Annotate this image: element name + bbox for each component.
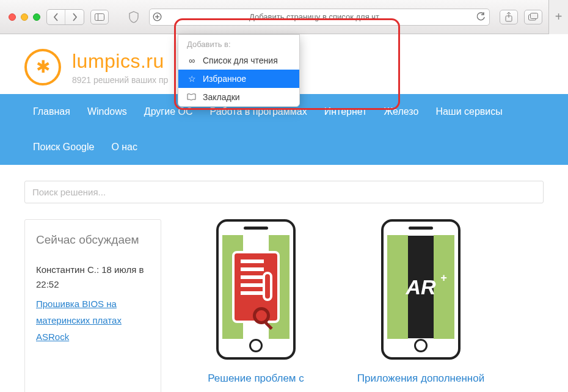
- search-input[interactable]: Поиск решения...: [24, 181, 544, 203]
- tabs-icon: [528, 13, 538, 21]
- dropdown-item-label: Список для чтения: [203, 56, 278, 65]
- dropdown-item-favorites[interactable]: ☆ Избранное: [178, 70, 299, 88]
- new-tab-button[interactable]: +: [548, 0, 568, 34]
- share-icon: [504, 12, 513, 22]
- chevron-right-icon: [71, 13, 78, 21]
- reload-button[interactable]: [472, 12, 489, 21]
- add-bookmark-button[interactable]: [150, 12, 164, 21]
- dropdown-item-reading-list[interactable]: ∞ Список для чтения: [178, 51, 299, 70]
- dropdown-item-label: Избранное: [203, 74, 246, 84]
- dropdown-item-bookmarks[interactable]: Закладки: [178, 88, 299, 106]
- phone-illustration: AR+: [381, 219, 461, 360]
- back-button[interactable]: [47, 10, 65, 24]
- widget-heading: Сейчас обсуждаем: [36, 232, 150, 248]
- address-bar[interactable]: Добавить страницу в список для чт…: [149, 9, 490, 26]
- glasses-icon: ∞: [187, 56, 197, 65]
- svg-rect-8: [531, 13, 538, 19]
- tabs-button[interactable]: [524, 10, 542, 24]
- shield-button[interactable]: [128, 11, 139, 23]
- site-logo[interactable]: ✱: [24, 49, 61, 85]
- dropdown-header: Добавить в:: [178, 35, 299, 51]
- comment-meta: Константин С.: 18 июля в 22:52: [36, 263, 150, 292]
- sidebar-icon: [95, 13, 104, 21]
- nav-item-home[interactable]: Главная: [24, 94, 79, 129]
- discussion-widget: Сейчас обсуждаем Константин С.: 18 июля …: [24, 219, 161, 392]
- book-icon: [187, 93, 197, 101]
- maximize-window-button[interactable]: [33, 13, 40, 21]
- nav-item-search-google[interactable]: Поиск Google: [24, 129, 103, 165]
- article-card-1[interactable]: Решение проблем с пропавшими: [186, 219, 326, 392]
- chevron-left-icon: [53, 13, 59, 21]
- shield-icon: [128, 11, 139, 23]
- star-icon: ☆: [187, 74, 197, 84]
- phone-illustration: [216, 219, 296, 360]
- content-row: Сейчас обсуждаем Константин С.: 18 июля …: [0, 219, 568, 392]
- address-text: Добавить страницу в список для чт…: [164, 12, 472, 21]
- sidebar-toggle-button[interactable]: [90, 10, 109, 24]
- dropdown-item-label: Закладки: [203, 92, 240, 102]
- browser-toolbar: Добавить страницу в список для чт… +: [0, 0, 568, 34]
- toolbar-right-group: [500, 10, 542, 24]
- plus-circle-icon: [153, 12, 162, 21]
- nav-buttons: [46, 9, 84, 25]
- site-title: lumpics.ru: [72, 50, 168, 73]
- site-subtitle: 8921 решений ваших пр: [72, 75, 168, 85]
- close-window-button[interactable]: [9, 13, 16, 21]
- forward-button[interactable]: [65, 10, 84, 24]
- share-button[interactable]: [500, 10, 518, 24]
- nav-item-windows[interactable]: Windows: [79, 94, 136, 129]
- nav-item-internet[interactable]: Интернет: [316, 94, 376, 129]
- plus-icon: +: [555, 10, 563, 24]
- nav-item-hardware[interactable]: Железо: [375, 94, 427, 129]
- article-card-2[interactable]: AR+ Приложения дополненной: [351, 219, 491, 392]
- article-title: Решение проблем с пропавшими: [186, 371, 326, 392]
- svg-rect-0: [95, 13, 104, 20]
- minimize-window-button[interactable]: [21, 13, 28, 21]
- nav-item-about[interactable]: О нас: [103, 129, 146, 165]
- comment-link[interactable]: Прошивка BIOS на материнских платах ASRo…: [36, 299, 122, 342]
- reload-icon: [476, 12, 486, 21]
- bookmark-dropdown: Добавить в: ∞ Список для чтения ☆ Избран…: [178, 34, 300, 107]
- orange-icon: ✱: [36, 59, 50, 76]
- nav-item-services[interactable]: Наши сервисы: [427, 94, 511, 129]
- article-title: Приложения дополненной: [351, 371, 491, 387]
- contacts-icon: [232, 251, 280, 323]
- window-controls: [9, 13, 40, 21]
